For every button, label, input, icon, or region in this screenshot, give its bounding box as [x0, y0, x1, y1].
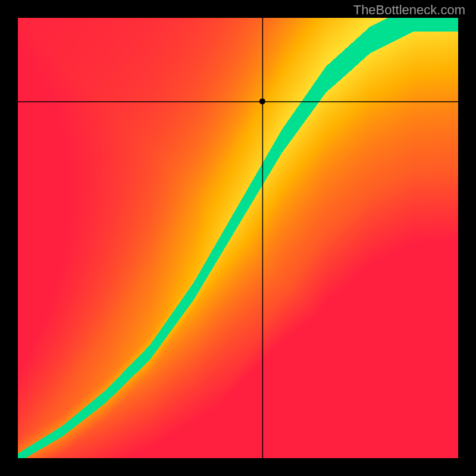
- heatmap-canvas: [18, 18, 458, 458]
- bottleneck-heatmap: [18, 18, 458, 458]
- watermark-text: TheBottleneck.com: [353, 2, 465, 18]
